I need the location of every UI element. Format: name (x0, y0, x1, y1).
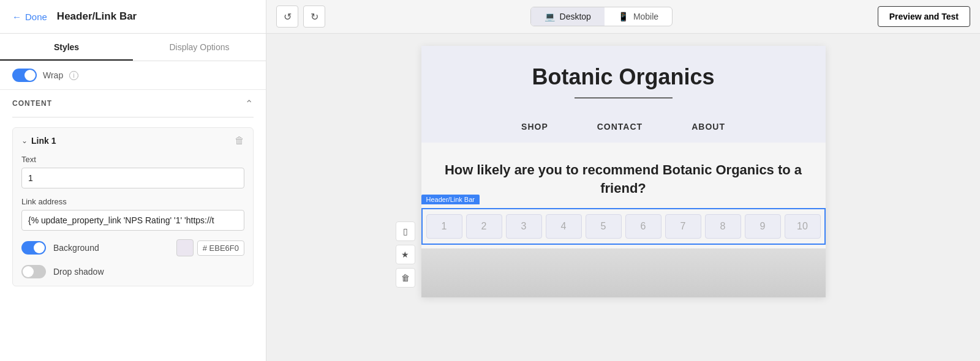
preview-button[interactable]: Preview and Test (878, 6, 970, 27)
mobile-icon: 📱 (618, 12, 628, 21)
top-bar: ← Done Header/Link Bar (0, 0, 266, 34)
desktop-view-btn[interactable]: 💻 Desktop (531, 7, 605, 26)
nps-btn-1[interactable]: 1 (426, 214, 462, 239)
nps-btn-9[interactable]: 9 (745, 214, 781, 239)
link-address-label: Link address (21, 197, 244, 206)
site-header-area: Botanic Organics SHOP CONTACT ABOUT (421, 46, 826, 143)
redo-icon: ↻ (311, 11, 318, 23)
nav-item-contact[interactable]: CONTACT (597, 122, 643, 132)
nps-btn-5[interactable]: 5 (586, 214, 622, 239)
color-hex-label[interactable]: # EBE6F0 (197, 240, 244, 256)
tab-display-options[interactable]: Display Options (133, 34, 266, 61)
arrow-left-icon: ← (12, 12, 21, 22)
link-title-row: ⌄ Link 1 (21, 136, 56, 146)
nps-btn-7[interactable]: 7 (665, 214, 701, 239)
site-divider (575, 97, 673, 99)
wrap-toggle[interactable] (12, 69, 37, 82)
panel-title: Header/Link Bar (57, 10, 137, 23)
nps-btn-6[interactable]: 6 (625, 214, 662, 239)
section-title: CONTENT (12, 99, 52, 108)
website-preview: Botanic Organics SHOP CONTACT ABOUT How … (421, 46, 826, 297)
nav-item-about[interactable]: ABOUT (692, 122, 725, 132)
redo-button[interactable]: ↻ (303, 6, 325, 28)
delete-icon[interactable]: 🗑 (235, 135, 244, 146)
side-tools: ▯ ★ 🗑 (396, 221, 415, 288)
nav-item-shop[interactable]: SHOP (521, 122, 548, 132)
tab-styles[interactable]: Styles (0, 34, 133, 61)
desktop-icon: 💻 (545, 12, 555, 21)
nps-btn-8[interactable]: 8 (705, 214, 741, 239)
link-item-1: ⌄ Link 1 🗑 Text Link address Background (12, 127, 254, 286)
color-swatch-group: # EBE6F0 (176, 239, 244, 256)
tabs-row: Styles Display Options (0, 34, 266, 61)
site-nav: SHOP CONTACT ABOUT (434, 111, 813, 143)
survey-question: How likely are you to recommend Botanic … (434, 161, 813, 199)
canvas-area: Botanic Organics SHOP CONTACT ABOUT How … (266, 34, 980, 361)
nps-btn-3[interactable]: 3 (506, 214, 542, 239)
shadow-row: Drop shadow (21, 265, 244, 278)
copy-tool-btn[interactable]: ▯ (396, 221, 415, 241)
undo-button[interactable]: ↺ (276, 6, 298, 28)
header-link-bar-label: Header/Link Bar (421, 195, 480, 204)
chevron-up-icon[interactable]: ⌃ (244, 99, 254, 108)
delete-tool-btn[interactable]: 🗑 (396, 268, 415, 288)
nps-btn-10[interactable]: 10 (785, 214, 821, 239)
wrap-info-icon[interactable]: i (69, 71, 78, 80)
nps-btn-4[interactable]: 4 (546, 214, 582, 239)
undo-icon: ↺ (284, 11, 292, 23)
color-swatch[interactable] (176, 239, 194, 256)
text-field-group: Text (21, 155, 244, 197)
site-content: How likely are you to recommend Botanic … (421, 143, 826, 209)
right-toolbar: ↺ ↻ 💻 Desktop 📱 Mobile Preview and Test (266, 0, 980, 34)
wrap-label: Wrap (43, 70, 63, 80)
link-item-header: ⌄ Link 1 🗑 (21, 135, 244, 146)
nps-buttons-row: 1 2 3 4 5 6 7 8 9 10 (421, 208, 826, 245)
done-label: Done (25, 12, 47, 22)
text-input[interactable] (21, 168, 244, 188)
link-name: Link 1 (31, 136, 56, 146)
mobile-view-btn[interactable]: 📱 Mobile (605, 7, 672, 26)
link-address-input[interactable] (21, 210, 244, 231)
mobile-label: Mobile (633, 12, 658, 21)
wrap-row: Wrap i (0, 61, 266, 90)
desktop-label: Desktop (560, 12, 591, 21)
background-toggle[interactable] (21, 241, 46, 255)
section-header: CONTENT ⌃ (12, 90, 254, 117)
done-button[interactable]: ← Done (12, 12, 47, 22)
shadow-toggle[interactable] (21, 265, 46, 278)
left-panel: ← Done Header/Link Bar Styles Display Op… (0, 0, 266, 361)
site-title: Botanic Organics (434, 64, 813, 90)
header-link-bar-section: Header/Link Bar ▯ ★ 🗑 1 2 3 4 5 6 (421, 208, 826, 248)
link-address-group: Link address (21, 197, 244, 239)
background-label: Background (53, 243, 169, 253)
shadow-label: Drop shadow (53, 267, 104, 277)
chevron-down-icon[interactable]: ⌄ (21, 136, 28, 145)
nps-btn-2[interactable]: 2 (466, 214, 502, 239)
star-tool-btn[interactable]: ★ (396, 245, 415, 264)
content-section: CONTENT ⌃ ⌄ Link 1 🗑 Text Link address (0, 90, 266, 361)
right-panel: ↺ ↻ 💻 Desktop 📱 Mobile Preview and Test … (266, 0, 980, 361)
site-bottom-image (421, 248, 826, 297)
background-row: Background # EBE6F0 (21, 239, 244, 256)
text-field-label: Text (21, 155, 244, 164)
view-toggle: 💻 Desktop 📱 Mobile (530, 7, 673, 26)
